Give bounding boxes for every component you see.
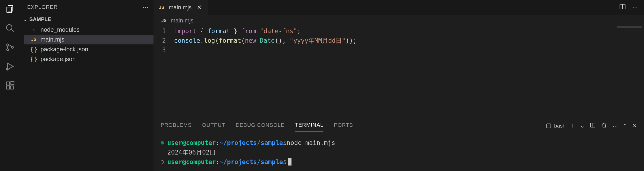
- activity-bar: [0, 0, 20, 171]
- js-file-icon: JS: [30, 37, 37, 42]
- prompt-dot-icon: [161, 141, 164, 144]
- file-main-mjs[interactable]: JS main.mjs: [24, 35, 154, 44]
- line-gutter: 1 2 3: [154, 26, 174, 117]
- file-label: main.mjs: [40, 36, 64, 43]
- editor-tabs: JS main.mjs ✕ ···: [154, 0, 644, 15]
- json-file-icon: { }: [30, 56, 37, 63]
- chevron-right-icon: ›: [30, 26, 37, 33]
- new-terminal-icon[interactable]: +: [571, 122, 575, 130]
- split-terminal-icon[interactable]: [590, 122, 596, 130]
- svg-line-3: [11, 29, 14, 32]
- extensions-icon[interactable]: [5, 80, 15, 91]
- terminal-line: user@computer:~/projects/sample$ node ma…: [161, 138, 637, 148]
- code-content: import { format } from "date-fns"; conso…: [174, 26, 357, 117]
- code-line: console.log(format(new Date(), "yyyy年MM月…: [174, 36, 357, 45]
- editor-actions: ···: [619, 0, 644, 15]
- main-area: JS main.mjs ✕ ··· JS main.mjs 1 2 3 impo…: [154, 0, 644, 171]
- sidebar-header: EXPLORER ···: [20, 0, 154, 15]
- tab-output[interactable]: OUTPUT: [202, 120, 225, 132]
- svg-rect-10: [10, 86, 14, 89]
- line-number: 2: [154, 36, 166, 45]
- more-icon[interactable]: ···: [632, 4, 638, 11]
- line-number: 3: [154, 45, 166, 55]
- source-control-icon[interactable]: [5, 42, 15, 53]
- file-tree: › node_modules JS main.mjs { } package-l…: [20, 25, 154, 64]
- sidebar: EXPLORER ··· ⌄ SAMPLE › node_modules JS …: [20, 0, 154, 171]
- prompt-path: ~/projects/sample: [220, 138, 283, 148]
- tab-ports[interactable]: PORTS: [334, 120, 353, 132]
- close-icon[interactable]: ✕: [196, 4, 203, 11]
- folder-name: SAMPLE: [29, 16, 51, 23]
- chevron-down-icon[interactable]: ⌄: [580, 123, 584, 129]
- svg-point-7: [6, 68, 8, 70]
- svg-rect-14: [546, 124, 550, 128]
- js-file-icon: JS: [161, 18, 167, 23]
- chevron-up-icon[interactable]: ⌃: [623, 123, 627, 129]
- panel-actions: bash + ⌄ ··· ⌃ ✕: [546, 122, 637, 130]
- bottom-panel: PROBLEMS OUTPUT DEBUG CONSOLE TERMINAL P…: [154, 117, 644, 171]
- more-icon[interactable]: ···: [612, 122, 618, 130]
- minimap[interactable]: [616, 25, 644, 117]
- breadcrumb[interactable]: JS main.mjs: [154, 15, 644, 25]
- breadcrumb-label: main.mjs: [171, 17, 194, 24]
- tab-label: main.mjs: [169, 4, 192, 11]
- trash-icon[interactable]: [601, 122, 607, 130]
- close-panel-icon[interactable]: ✕: [632, 123, 637, 129]
- terminal-content[interactable]: user@computer:~/projects/sample$ node ma…: [154, 132, 644, 171]
- svg-point-6: [12, 46, 13, 48]
- svg-rect-9: [6, 86, 10, 89]
- terminal-output: 2024年06月02日: [167, 148, 216, 157]
- svg-rect-0: [8, 6, 13, 11]
- chevron-down-icon: ⌄: [23, 17, 28, 22]
- panel-tabs: PROBLEMS OUTPUT DEBUG CONSOLE TERMINAL P…: [154, 117, 644, 132]
- prompt-path: ~/projects/sample: [220, 157, 283, 167]
- svg-rect-11: [11, 81, 14, 85]
- svg-point-2: [6, 25, 12, 30]
- svg-rect-1: [7, 7, 12, 13]
- shell-selector[interactable]: bash: [546, 123, 566, 129]
- line-number: 1: [154, 26, 166, 36]
- svg-point-5: [7, 49, 8, 51]
- code-line: [174, 45, 357, 55]
- run-debug-icon[interactable]: [5, 61, 15, 72]
- file-label: package-lock.json: [40, 46, 88, 53]
- explorer-icon[interactable]: [5, 4, 15, 14]
- terminal-command: node main.mjs: [287, 138, 335, 148]
- terminal-line: 2024年06月02日: [161, 148, 637, 157]
- file-label: package.json: [40, 56, 76, 63]
- file-label: node_modules: [40, 26, 80, 33]
- folder-header[interactable]: ⌄ SAMPLE: [20, 15, 154, 25]
- file-package-lock-json[interactable]: { } package-lock.json: [24, 44, 154, 54]
- code-editor[interactable]: 1 2 3 import { format } from "date-fns";…: [154, 25, 644, 117]
- shell-label: bash: [554, 123, 566, 129]
- tab-main-mjs[interactable]: JS main.mjs ✕: [154, 0, 208, 15]
- split-editor-icon[interactable]: [619, 3, 626, 12]
- svg-point-4: [7, 44, 8, 46]
- tab-terminal[interactable]: TERMINAL: [295, 120, 324, 132]
- search-icon[interactable]: [5, 23, 15, 34]
- tab-debug-console[interactable]: DEBUG CONSOLE: [236, 120, 284, 132]
- svg-rect-8: [6, 82, 10, 85]
- folder-node-modules[interactable]: › node_modules: [24, 25, 154, 35]
- file-package-json[interactable]: { } package.json: [24, 54, 154, 64]
- sidebar-more-icon[interactable]: ···: [142, 3, 149, 11]
- terminal-line: user@computer:~/projects/sample$: [161, 157, 637, 167]
- prompt-user: user@computer: [167, 138, 216, 148]
- tab-problems[interactable]: PROBLEMS: [161, 120, 192, 132]
- prompt-dot-icon: [161, 160, 164, 163]
- code-line: import { format } from "date-fns";: [174, 26, 357, 36]
- js-file-icon: JS: [158, 5, 165, 10]
- prompt-user: user@computer: [167, 157, 216, 167]
- json-file-icon: { }: [30, 46, 37, 53]
- sidebar-title: EXPLORER: [27, 4, 58, 10]
- terminal-cursor: [288, 158, 292, 165]
